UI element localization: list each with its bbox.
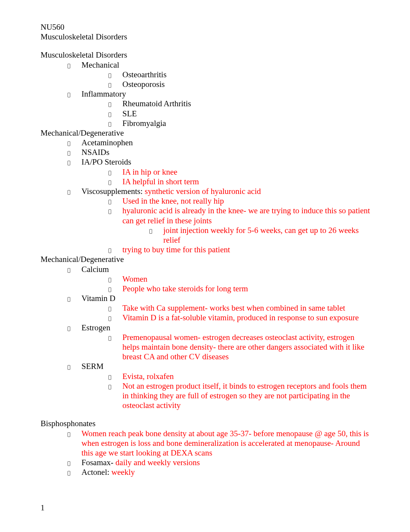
sublist: Rheumatoid Arthritis SLE Fibromyalgia <box>81 99 371 128</box>
sublist: joint injection weekly for 5-6 weeks, ca… <box>122 226 371 245</box>
list-item-label: Vitamin D <box>81 294 115 303</box>
list-item: Women reach peak bone density at about a… <box>68 429 371 458</box>
page-number: 1 <box>41 503 45 513</box>
section-title-3: Mechanical/Degenerative <box>41 255 371 264</box>
list-item-label: Mechanical <box>81 60 119 70</box>
list-item-label: Fibromyalgia <box>122 119 166 128</box>
list-item-label: SLE <box>122 109 137 118</box>
list-item: IA/PO Steroids IA in hip or knee IA help… <box>68 157 371 187</box>
list-item: Estrogen Premenopausal women- estrogen d… <box>68 323 371 362</box>
list-item-label: Actonel: <box>81 467 112 477</box>
list-item: SERM Evista, rolxafen Not an estrogen pr… <box>68 362 371 410</box>
sublist: Women People who take steroids for long … <box>81 274 371 294</box>
list-item-label: IA helpful in short term <box>122 177 199 186</box>
list-item-label: trying to buy time for this patient <box>122 245 230 254</box>
list-item: Take with Ca supplement- works best when… <box>108 303 371 313</box>
list-section1: Mechanical Osteoarthritis Osteoporosis I… <box>41 60 371 128</box>
section-title-2: Mechanical/Degenerative <box>41 128 371 138</box>
spacer <box>41 410 371 419</box>
list-item: Evista, rolxafen <box>108 372 371 381</box>
list-item: Fosamax- daily and weekly versions <box>68 458 371 467</box>
list-item-label: Rheumatoid Arthritis <box>122 99 191 108</box>
list-item-note: synthetic version of hyaluronic acid <box>145 187 261 196</box>
list-item: IA in hip or knee <box>108 167 371 177</box>
list-item-label: Evista, rolxafen <box>122 372 174 381</box>
list-item: hyaluronic acid is already in the knee- … <box>108 206 371 245</box>
list-item: NSAIDs <box>68 148 371 157</box>
list-item: Osteoarthritis <box>108 70 371 80</box>
list-item: Actonel: weekly <box>68 467 371 477</box>
list-item-label: Women reach peak bone density at about a… <box>81 429 369 457</box>
sublist: Evista, rolxafen Not an estrogen product… <box>81 372 371 411</box>
list-item: Acetaminophen <box>68 138 371 148</box>
list-item-label: Calcium <box>81 265 109 274</box>
list-item-label: SERM <box>81 362 103 371</box>
list-item-label: Viscosupplements: <box>81 187 145 196</box>
list-item-label: Women <box>122 274 147 284</box>
sublist: Take with Ca supplement- works best when… <box>81 303 371 323</box>
list-item-note: weekly <box>112 467 135 477</box>
list-item-label: hyaluronic acid is already in the knee- … <box>122 206 370 225</box>
list-item: joint injection weekly for 5-6 weeks, ca… <box>149 226 371 245</box>
list-item-label: Premenopausal women- estrogen decreases … <box>122 333 364 361</box>
header-course: NU560 <box>41 22 371 32</box>
sublist: Used in the knee, not really hip hyaluro… <box>81 196 371 255</box>
header-topic: Musculoskeletal Disorders <box>41 32 371 42</box>
sublist: IA in hip or knee IA helpful in short te… <box>81 167 371 187</box>
list-section4: Women reach peak bone density at about a… <box>41 429 371 478</box>
list-item: SLE <box>108 109 371 119</box>
list-item: Mechanical Osteoarthritis Osteoporosis <box>68 60 371 90</box>
list-item: Vitamin D Take with Ca supplement- works… <box>68 294 371 323</box>
list-item-label: Take with Ca supplement- works best when… <box>122 303 345 313</box>
list-item-label: IA/PO Steroids <box>81 157 131 167</box>
list-item-label: Osteoporosis <box>122 80 165 89</box>
list-item-label: joint injection weekly for 5-6 weeks, ca… <box>163 226 359 245</box>
list-item: Not an estrogen product itself, it binds… <box>108 381 371 411</box>
list-section2: Acetaminophen NSAIDs IA/PO Steroids IA i… <box>41 138 371 255</box>
sublist: Osteoarthritis Osteoporosis <box>81 70 371 89</box>
list-item-label: Used in the knee, not really hip <box>122 196 224 206</box>
list-item-label: Fosamax- <box>81 458 115 467</box>
list-item-label: IA in hip or knee <box>122 167 177 177</box>
list-item: Vitamin D is a fat-soluble vitamin, prod… <box>108 313 371 323</box>
list-item-note: daily and weekly versions <box>115 458 200 467</box>
list-item-label: NSAIDs <box>81 148 109 157</box>
list-item: Rheumatoid Arthritis <box>108 99 371 109</box>
sublist: Premenopausal women- estrogen decreases … <box>81 333 371 362</box>
list-item: People who take steroids for long term <box>108 284 371 294</box>
document-page: NU560 Musculoskeletal Disorders Musculos… <box>0 0 410 532</box>
list-item: Fibromyalgia <box>108 119 371 128</box>
list-item: IA helpful in short term <box>108 177 371 187</box>
list-item-label: Estrogen <box>81 323 110 332</box>
section-title-1: Musculoskeletal Disorders <box>41 50 371 60</box>
list-item: Inflammatory Rheumatoid Arthritis SLE Fi… <box>68 89 371 128</box>
list-item-label: People who take steroids for long term <box>122 284 248 293</box>
list-item-label: Osteoarthritis <box>122 70 166 79</box>
list-item-label: Not an estrogen product itself, it binds… <box>122 381 367 410</box>
list-item-label: Inflammatory <box>81 89 126 99</box>
list-item: Premenopausal women- estrogen decreases … <box>108 333 371 362</box>
list-section3: Calcium Women People who take steroids f… <box>41 265 371 411</box>
list-item-label: Acetaminophen <box>81 138 133 147</box>
list-item: Women <box>108 274 371 284</box>
list-item: Calcium Women People who take steroids f… <box>68 265 371 294</box>
list-item: trying to buy time for this patient <box>108 245 371 255</box>
list-item: Viscosupplements: synthetic version of h… <box>68 187 371 255</box>
list-item: Osteoporosis <box>108 80 371 89</box>
section-title-4: Bisphosphonates <box>41 419 371 428</box>
list-item: Used in the knee, not really hip <box>108 196 371 206</box>
list-item-label: Vitamin D is a fat-soluble vitamin, prod… <box>122 313 359 322</box>
